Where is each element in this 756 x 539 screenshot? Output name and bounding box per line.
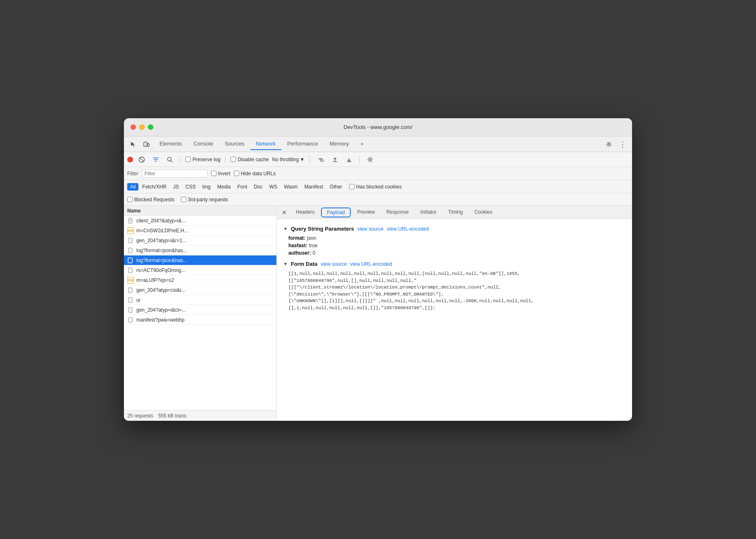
query-string-section-header: ▼ Query String Parameters view source vi… xyxy=(283,226,625,232)
settings-button[interactable] xyxy=(603,139,615,149)
filter-all[interactable]: All xyxy=(127,183,138,191)
list-item[interactable]: manifest?pwa=webhp xyxy=(124,315,276,325)
third-party-input[interactable] xyxy=(181,197,186,202)
close-button[interactable] xyxy=(131,124,136,130)
clear-button[interactable] xyxy=(136,155,147,164)
doc-icon xyxy=(127,297,134,303)
filter-media[interactable]: Media xyxy=(214,183,234,191)
throttling-select[interactable]: No throttling ▼ xyxy=(272,157,305,162)
tab-elements[interactable]: Elements xyxy=(154,138,188,150)
network-settings-button[interactable] xyxy=(365,155,376,164)
form-view-source-link[interactable]: view source xyxy=(321,261,347,267)
tab-memory[interactable]: Memory xyxy=(324,138,355,150)
collapse-triangle[interactable]: ▼ xyxy=(283,227,288,231)
item-name-selected: log?format=json&has... xyxy=(136,258,273,263)
query-view-url-encoded-link[interactable]: view URL-encoded xyxy=(387,226,428,232)
svg-rect-1 xyxy=(147,143,149,146)
third-party-checkbox[interactable]: 3rd-party requests xyxy=(181,197,228,203)
record-button[interactable] xyxy=(127,157,133,162)
blocked-requests-input[interactable] xyxy=(127,197,133,202)
filter-manifest[interactable]: Manifest xyxy=(302,183,326,191)
list-item[interactable]: gen_204?atyp=i&ct=... xyxy=(124,305,276,315)
toolbar-right: ⋮ xyxy=(603,139,629,150)
svg-rect-23 xyxy=(128,258,132,263)
wifi-settings-button[interactable] xyxy=(315,155,326,164)
has-blocked-cookies-input[interactable] xyxy=(349,184,354,189)
hide-data-urls-input[interactable] xyxy=(234,171,239,176)
tab-sources[interactable]: Sources xyxy=(219,138,250,150)
filter-other[interactable]: Other xyxy=(327,183,345,191)
filter-fetch-xhr[interactable]: Fetch/XHR xyxy=(139,183,169,191)
preserve-log-checkbox[interactable]: Preserve log xyxy=(185,157,220,162)
detail-close-button[interactable]: ✕ xyxy=(278,207,290,217)
list-item[interactable]: rs=ACT90oFqOrnng... xyxy=(124,265,276,275)
device-toolbar-button[interactable] xyxy=(140,139,152,149)
has-blocked-cookies-checkbox[interactable]: Has blocked cookies xyxy=(349,184,402,190)
list-item[interactable]: client_204?&atyp=i&... xyxy=(124,216,276,226)
list-item[interactable]: gen_204?atyp=i&r=1... xyxy=(124,236,276,246)
tab-cookies[interactable]: Cookies xyxy=(468,207,498,217)
form-collapse-triangle[interactable]: ▼ xyxy=(283,262,288,266)
invert-checkbox[interactable]: Invert xyxy=(211,171,231,176)
list-item[interactable]: XH m=aLUfP?xjs=s2 xyxy=(124,275,276,285)
tab-payload[interactable]: Payload xyxy=(321,207,350,217)
item-name: gen_204?atyp=i&ct=... xyxy=(136,307,273,313)
filter-wasm[interactable]: Wasm xyxy=(281,183,301,191)
tab-initiator[interactable]: Initiator xyxy=(414,207,442,217)
list-item[interactable]: gen_204?atyp=csi&r... xyxy=(124,285,276,295)
network-items: client_204?&atyp=i&... XH m=CnSW2d,DPreE… xyxy=(124,216,276,410)
doc-icon-selected xyxy=(127,257,134,264)
filter-row: Filter Invert Hide data URLs xyxy=(124,167,632,180)
list-item[interactable]: log?format=json&has... xyxy=(124,246,276,255)
no-icon xyxy=(138,156,145,163)
filter-input[interactable] xyxy=(142,169,208,178)
param-row-format: format: json xyxy=(283,235,625,241)
filter-font[interactable]: Font xyxy=(234,183,250,191)
filter-button[interactable] xyxy=(150,155,161,164)
tab-more[interactable]: » xyxy=(355,138,369,150)
param-value-authuser: 0 xyxy=(313,250,316,256)
list-item-selected[interactable]: log?format=json&has... xyxy=(124,255,276,265)
svg-rect-28 xyxy=(128,317,132,322)
svg-rect-17 xyxy=(128,218,132,223)
tab-response[interactable]: Response xyxy=(380,207,414,217)
doc-icon xyxy=(127,237,134,244)
tab-timing[interactable]: Timing xyxy=(442,207,469,217)
upload-button[interactable] xyxy=(330,155,340,164)
item-name: gen_204?atyp=i&r=1... xyxy=(136,238,273,243)
filter-ws[interactable]: WS xyxy=(266,183,280,191)
svg-point-16 xyxy=(369,158,371,160)
hide-data-urls-checkbox[interactable]: Hide data URLs xyxy=(234,171,276,176)
tab-console[interactable]: Console xyxy=(188,138,219,150)
disable-cache-input[interactable] xyxy=(231,157,236,162)
more-options-button[interactable]: ⋮ xyxy=(616,139,629,150)
tab-performance[interactable]: Performance xyxy=(281,138,323,150)
disable-cache-checkbox[interactable]: Disable cache xyxy=(231,157,269,162)
inspect-element-button[interactable] xyxy=(127,139,139,149)
filter-icon xyxy=(152,156,159,163)
filter-css[interactable]: CSS xyxy=(183,183,199,191)
filter-js[interactable]: JS xyxy=(170,183,182,191)
filter-img[interactable]: Img xyxy=(200,183,214,191)
tab-preview[interactable]: Preview xyxy=(352,207,381,217)
maximize-button[interactable] xyxy=(148,124,153,130)
hide-data-urls-label: Hide data URLs xyxy=(241,171,276,176)
download-button[interactable] xyxy=(344,155,354,164)
form-view-url-encoded-link[interactable]: view URL-encoded xyxy=(350,261,392,267)
blocked-requests-checkbox[interactable]: Blocked Requests xyxy=(127,197,174,203)
gear-icon-2 xyxy=(367,156,373,163)
tab-network[interactable]: Network xyxy=(250,138,282,150)
minimize-button[interactable] xyxy=(139,124,145,130)
tab-headers[interactable]: Headers xyxy=(290,207,320,217)
preserve-log-input[interactable] xyxy=(185,157,191,162)
svg-rect-27 xyxy=(128,308,132,312)
filter-doc[interactable]: Doc xyxy=(251,183,265,191)
search-button[interactable] xyxy=(164,155,175,164)
list-item[interactable]: ui xyxy=(124,295,276,305)
network-controls: Preserve log Disable cache No throttling… xyxy=(124,152,632,167)
detail-panel: ✕ Headers Payload Preview Response Initi… xyxy=(277,206,632,421)
query-view-source-link[interactable]: view source xyxy=(357,226,383,232)
list-item[interactable]: XH m=CnSW2d,DPreE,H... xyxy=(124,226,276,236)
invert-input[interactable] xyxy=(211,171,216,176)
item-name: m=aLUfP?xjs=s2 xyxy=(136,277,273,283)
